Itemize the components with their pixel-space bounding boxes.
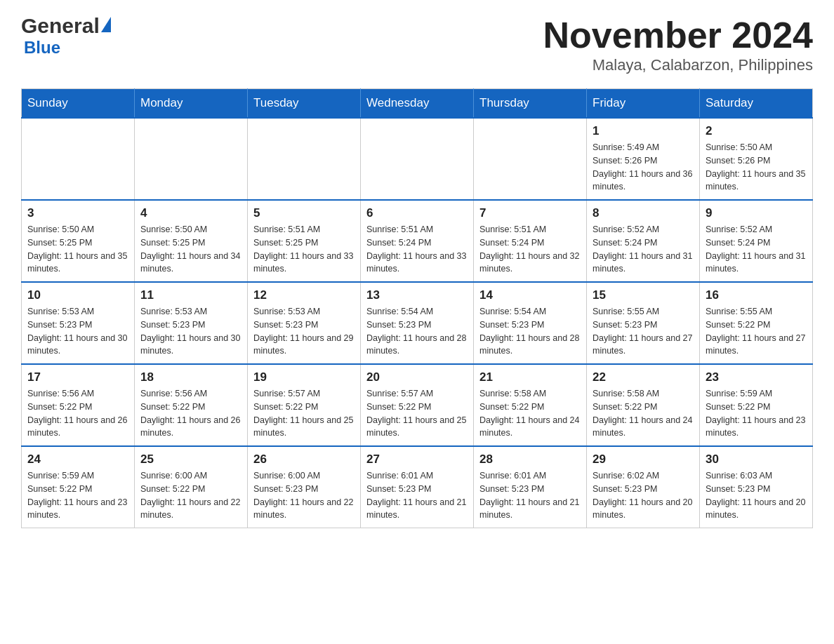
- calendar-cell: 6Sunrise: 5:51 AM Sunset: 5:24 PM Daylig…: [361, 200, 474, 282]
- day-number: 1: [593, 124, 694, 138]
- day-info: Sunrise: 5:55 AM Sunset: 5:23 PM Dayligh…: [593, 305, 694, 358]
- day-info: Sunrise: 5:58 AM Sunset: 5:22 PM Dayligh…: [593, 387, 694, 440]
- calendar-cell: 13Sunrise: 5:54 AM Sunset: 5:23 PM Dayli…: [361, 282, 474, 364]
- calendar-cell: 26Sunrise: 6:00 AM Sunset: 5:23 PM Dayli…: [248, 446, 361, 528]
- calendar-table: SundayMondayTuesdayWednesdayThursdayFrid…: [21, 88, 813, 528]
- day-number: 5: [253, 206, 355, 220]
- day-number: 19: [253, 370, 355, 384]
- day-number: 20: [366, 370, 468, 384]
- day-number: 13: [366, 288, 468, 302]
- day-info: Sunrise: 5:51 AM Sunset: 5:24 PM Dayligh…: [366, 223, 468, 276]
- day-number: 11: [140, 288, 241, 302]
- calendar-cell: 7Sunrise: 5:51 AM Sunset: 5:24 PM Daylig…: [474, 200, 587, 282]
- calendar-header-row: SundayMondayTuesdayWednesdayThursdayFrid…: [22, 89, 813, 119]
- calendar-week-row: 1Sunrise: 5:49 AM Sunset: 5:26 PM Daylig…: [22, 118, 813, 200]
- day-number: 4: [140, 206, 241, 220]
- day-info: Sunrise: 5:51 AM Sunset: 5:25 PM Dayligh…: [253, 223, 355, 276]
- day-number: 30: [706, 452, 807, 467]
- calendar-cell: 10Sunrise: 5:53 AM Sunset: 5:23 PM Dayli…: [22, 282, 135, 364]
- day-number: 24: [27, 452, 128, 467]
- day-info: Sunrise: 5:53 AM Sunset: 5:23 PM Dayligh…: [140, 305, 241, 358]
- day-info: Sunrise: 5:54 AM Sunset: 5:23 PM Dayligh…: [479, 305, 581, 358]
- day-info: Sunrise: 6:00 AM Sunset: 5:22 PM Dayligh…: [140, 469, 241, 522]
- day-info: Sunrise: 6:03 AM Sunset: 5:23 PM Dayligh…: [706, 469, 807, 522]
- calendar-cell: [474, 118, 587, 200]
- calendar-cell: 18Sunrise: 5:56 AM Sunset: 5:22 PM Dayli…: [135, 364, 248, 446]
- calendar-cell: 29Sunrise: 6:02 AM Sunset: 5:23 PM Dayli…: [587, 446, 700, 528]
- calendar-cell: 17Sunrise: 5:56 AM Sunset: 5:22 PM Dayli…: [22, 364, 135, 446]
- calendar-cell: [135, 118, 248, 200]
- calendar-cell: 8Sunrise: 5:52 AM Sunset: 5:24 PM Daylig…: [587, 200, 700, 282]
- page-title: November 2024: [543, 14, 813, 56]
- day-info: Sunrise: 5:58 AM Sunset: 5:22 PM Dayligh…: [479, 387, 581, 440]
- day-number: 29: [593, 452, 694, 467]
- page-subtitle: Malaya, Calabarzon, Philippines: [543, 56, 813, 74]
- day-info: Sunrise: 6:01 AM Sunset: 5:23 PM Dayligh…: [479, 469, 581, 522]
- calendar-cell: 11Sunrise: 5:53 AM Sunset: 5:23 PM Dayli…: [135, 282, 248, 364]
- day-number: 25: [140, 452, 241, 467]
- calendar-cell: 27Sunrise: 6:01 AM Sunset: 5:23 PM Dayli…: [361, 446, 474, 528]
- logo-blue-text: Blue: [24, 38, 60, 58]
- calendar-cell: 1Sunrise: 5:49 AM Sunset: 5:26 PM Daylig…: [587, 118, 700, 200]
- day-info: Sunrise: 5:52 AM Sunset: 5:24 PM Dayligh…: [706, 223, 807, 276]
- day-number: 17: [27, 370, 128, 384]
- day-number: 12: [253, 288, 355, 302]
- day-number: 26: [253, 452, 355, 467]
- day-of-week-header: Monday: [135, 89, 248, 119]
- logo-general-text: General: [21, 14, 100, 38]
- calendar-week-row: 10Sunrise: 5:53 AM Sunset: 5:23 PM Dayli…: [22, 282, 813, 364]
- day-info: Sunrise: 5:59 AM Sunset: 5:22 PM Dayligh…: [27, 469, 128, 522]
- day-number: 9: [706, 206, 807, 220]
- calendar-cell: 16Sunrise: 5:55 AM Sunset: 5:22 PM Dayli…: [700, 282, 813, 364]
- day-info: Sunrise: 5:54 AM Sunset: 5:23 PM Dayligh…: [366, 305, 468, 358]
- calendar-cell: 4Sunrise: 5:50 AM Sunset: 5:25 PM Daylig…: [135, 200, 248, 282]
- day-number: 2: [706, 124, 807, 138]
- logo-triangle-icon: [101, 17, 111, 32]
- calendar-cell: 19Sunrise: 5:57 AM Sunset: 5:22 PM Dayli…: [248, 364, 361, 446]
- calendar-cell: 9Sunrise: 5:52 AM Sunset: 5:24 PM Daylig…: [700, 200, 813, 282]
- calendar-cell: 28Sunrise: 6:01 AM Sunset: 5:23 PM Dayli…: [474, 446, 587, 528]
- calendar-cell: 25Sunrise: 6:00 AM Sunset: 5:22 PM Dayli…: [135, 446, 248, 528]
- day-info: Sunrise: 6:00 AM Sunset: 5:23 PM Dayligh…: [253, 469, 355, 522]
- calendar-cell: 15Sunrise: 5:55 AM Sunset: 5:23 PM Dayli…: [587, 282, 700, 364]
- calendar-cell: 12Sunrise: 5:53 AM Sunset: 5:23 PM Dayli…: [248, 282, 361, 364]
- page-header: General Blue November 2024 Malaya, Calab…: [21, 14, 813, 74]
- day-info: Sunrise: 5:49 AM Sunset: 5:26 PM Dayligh…: [593, 141, 694, 194]
- day-number: 27: [366, 452, 468, 467]
- day-info: Sunrise: 5:51 AM Sunset: 5:24 PM Dayligh…: [479, 223, 581, 276]
- day-info: Sunrise: 5:59 AM Sunset: 5:22 PM Dayligh…: [706, 387, 807, 440]
- calendar-cell: [22, 118, 135, 200]
- day-info: Sunrise: 5:52 AM Sunset: 5:24 PM Dayligh…: [593, 223, 694, 276]
- day-info: Sunrise: 6:02 AM Sunset: 5:23 PM Dayligh…: [593, 469, 694, 522]
- day-number: 23: [706, 370, 807, 384]
- day-number: 22: [593, 370, 694, 384]
- day-of-week-header: Friday: [587, 89, 700, 119]
- day-number: 10: [27, 288, 128, 302]
- calendar-cell: 21Sunrise: 5:58 AM Sunset: 5:22 PM Dayli…: [474, 364, 587, 446]
- day-info: Sunrise: 5:53 AM Sunset: 5:23 PM Dayligh…: [253, 305, 355, 358]
- day-number: 3: [27, 206, 128, 220]
- calendar-cell: 3Sunrise: 5:50 AM Sunset: 5:25 PM Daylig…: [22, 200, 135, 282]
- calendar-cell: [248, 118, 361, 200]
- calendar-cell: 20Sunrise: 5:57 AM Sunset: 5:22 PM Dayli…: [361, 364, 474, 446]
- day-info: Sunrise: 5:50 AM Sunset: 5:25 PM Dayligh…: [140, 223, 241, 276]
- calendar-cell: 5Sunrise: 5:51 AM Sunset: 5:25 PM Daylig…: [248, 200, 361, 282]
- day-of-week-header: Saturday: [700, 89, 813, 119]
- day-number: 21: [479, 370, 581, 384]
- calendar-cell: 24Sunrise: 5:59 AM Sunset: 5:22 PM Dayli…: [22, 446, 135, 528]
- calendar-cell: 23Sunrise: 5:59 AM Sunset: 5:22 PM Dayli…: [700, 364, 813, 446]
- calendar-week-row: 17Sunrise: 5:56 AM Sunset: 5:22 PM Dayli…: [22, 364, 813, 446]
- calendar-week-row: 3Sunrise: 5:50 AM Sunset: 5:25 PM Daylig…: [22, 200, 813, 282]
- day-number: 16: [706, 288, 807, 302]
- calendar-week-row: 24Sunrise: 5:59 AM Sunset: 5:22 PM Dayli…: [22, 446, 813, 528]
- logo: General Blue: [21, 14, 111, 58]
- day-info: Sunrise: 6:01 AM Sunset: 5:23 PM Dayligh…: [366, 469, 468, 522]
- calendar-cell: 22Sunrise: 5:58 AM Sunset: 5:22 PM Dayli…: [587, 364, 700, 446]
- day-info: Sunrise: 5:56 AM Sunset: 5:22 PM Dayligh…: [27, 387, 128, 440]
- calendar-cell: 2Sunrise: 5:50 AM Sunset: 5:26 PM Daylig…: [700, 118, 813, 200]
- day-info: Sunrise: 5:57 AM Sunset: 5:22 PM Dayligh…: [366, 387, 468, 440]
- day-number: 6: [366, 206, 468, 220]
- day-number: 18: [140, 370, 241, 384]
- calendar-cell: 14Sunrise: 5:54 AM Sunset: 5:23 PM Dayli…: [474, 282, 587, 364]
- day-of-week-header: Tuesday: [248, 89, 361, 119]
